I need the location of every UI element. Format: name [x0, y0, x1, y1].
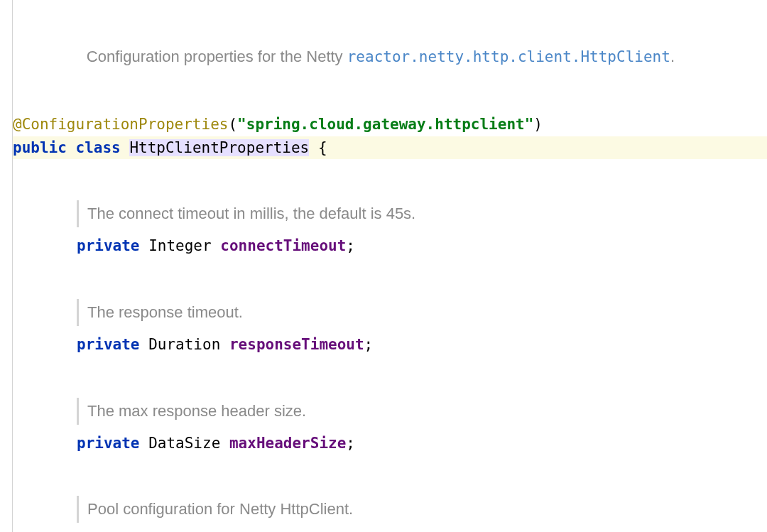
doc-text: The response timeout.	[87, 299, 243, 326]
field-doc: Pool configuration for Netty HttpClient.	[77, 496, 767, 523]
doc-bar-icon	[77, 398, 79, 425]
doc-text: Configuration properties for the Netty	[87, 48, 347, 65]
field-doc: The response timeout.	[77, 299, 767, 326]
class-name[interactable]: HttpClientProperties	[129, 139, 309, 156]
brace-open: {	[309, 139, 327, 156]
gutter	[0, 0, 13, 532]
paren-close: )	[533, 116, 543, 133]
doc-tail: .	[670, 48, 675, 65]
field-name: connectTimeout	[220, 237, 346, 254]
field-declaration: private DataSize maxHeaderSize;	[13, 432, 767, 455]
semicolon: ;	[346, 237, 355, 254]
field-type: Duration	[140, 336, 229, 353]
doc-bar-icon	[77, 299, 79, 326]
keyword-private: private	[77, 336, 140, 353]
class-declaration-line[interactable]: public class HttpClientProperties {	[13, 136, 767, 160]
paren-open: (	[228, 116, 237, 133]
annotation-name: ConfigurationProperties	[22, 116, 229, 133]
doc-link[interactable]: reactor.netty.http.client.HttpClient	[347, 48, 670, 65]
field-doc: The connect timeout in millis, the defau…	[77, 200, 767, 227]
annotation-value: "spring.cloud.gateway.httpclient"	[237, 116, 533, 133]
field-name: responseTimeout	[229, 336, 364, 353]
annotation-line: @ConfigurationProperties("spring.cloud.g…	[13, 113, 767, 136]
field-name: maxHeaderSize	[229, 435, 346, 452]
field-declaration: private Duration responseTimeout;	[13, 333, 767, 357]
class-doc-comment: Configuration properties for the Netty r…	[13, 21, 767, 92]
field-type: Integer	[140, 237, 221, 254]
doc-bar-icon	[77, 496, 79, 523]
doc-bar-icon	[77, 200, 79, 227]
keyword-private: private	[77, 237, 140, 254]
annotation-at: @	[13, 116, 22, 133]
keyword-class: class	[67, 139, 130, 156]
doc-text: The max response header size.	[87, 398, 306, 425]
doc-text: Pool configuration for Netty HttpClient.	[87, 496, 353, 523]
field-type: DataSize	[140, 435, 229, 452]
code-editor[interactable]: Configuration properties for the Netty r…	[0, 0, 767, 532]
keyword-public: public	[13, 139, 67, 156]
semicolon: ;	[346, 435, 355, 452]
field-doc: The max response header size.	[77, 398, 767, 425]
code-area[interactable]: Configuration properties for the Netty r…	[13, 0, 767, 532]
semicolon: ;	[364, 336, 374, 353]
doc-text: The connect timeout in millis, the defau…	[87, 200, 415, 227]
field-declaration: private Integer connectTimeout;	[13, 234, 767, 258]
keyword-private: private	[77, 435, 140, 452]
